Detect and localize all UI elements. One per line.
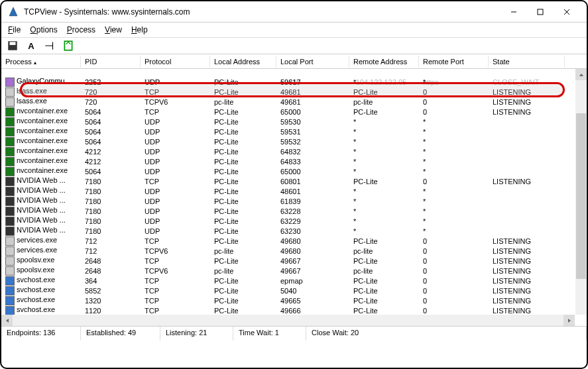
table-row[interactable]: NVIDIA Web ...7180UDPPC-Lite63230**: [1, 226, 587, 236]
menubar: File Options Process View Help: [1, 23, 587, 37]
col-protocol[interactable]: Protocol: [141, 56, 210, 68]
process-icon: [5, 167, 15, 176]
scroll-right-icon[interactable]: [563, 315, 575, 326]
process-icon: [5, 87, 15, 97]
status-endpoints: Endpoints: 136: [1, 327, 81, 341]
process-icon: [5, 306, 15, 315]
close-button[interactable]: [554, 3, 580, 21]
process-icon: [5, 197, 15, 206]
process-icon: [5, 78, 15, 87]
vertical-scrollbar[interactable]: [575, 69, 587, 315]
process-icon: [5, 237, 15, 246]
process-icon: [5, 207, 15, 216]
table-row[interactable]: nvcontainer.exe5064UDPPC-Lite59532**: [1, 136, 587, 146]
process-icon: [5, 187, 15, 196]
status-listening: Listening: 21: [160, 327, 233, 341]
arrow-icon[interactable]: [44, 40, 56, 52]
scroll-left-icon[interactable]: [1, 315, 13, 326]
process-icon: [5, 177, 15, 186]
table-row[interactable]: NVIDIA Web ...7180UDPPC-Lite63229**: [1, 216, 587, 226]
svg-rect-8: [64, 41, 72, 50]
table-row[interactable]: nvcontainer.exe4212UDPPC-Lite64833**: [1, 156, 587, 166]
status-established: Established: 49: [81, 327, 160, 341]
col-local-port[interactable]: Local Port: [276, 56, 349, 68]
menu-file[interactable]: File: [8, 25, 21, 34]
table-row[interactable]: nvcontainer.exe5064UDPPC-Lite59531**: [1, 127, 587, 136]
process-icon: [5, 137, 15, 146]
svg-rect-1: [538, 9, 543, 15]
table-row[interactable]: svchost.exe1120TCPPC-Lite49666PC-Lite0LI…: [1, 305, 587, 315]
process-icon: [5, 296, 15, 305]
col-remote-port[interactable]: Remote Port: [419, 56, 489, 68]
text-a-icon[interactable]: A: [25, 40, 37, 52]
table-row[interactable]: nvcontainer.exe5064UDPPC-Lite65000**: [1, 166, 587, 176]
minimize-button[interactable]: [500, 3, 527, 21]
titlebar: TCPView - Sysinternals: www.sysinternals…: [1, 1, 587, 23]
table-row[interactable]: spoolsv.exe2648TCPPC-Lite49667PC-Lite0LI…: [1, 256, 587, 266]
window-title: TCPView - Sysinternals: www.sysinternals…: [24, 7, 500, 17]
table-row[interactable]: services.exe712TCPV6pc-lite49680pc-lite0…: [1, 246, 587, 256]
table-row[interactable]: NVIDIA Web ...7180UDPPC-Lite48601**: [1, 186, 587, 196]
table-row[interactable]: spoolsv.exe2648TCPV6pc-lite49667pc-lite0…: [1, 266, 587, 276]
table-row[interactable]: svchost.exe364TCPPC-LiteepmapPC-Lite0LIS…: [1, 276, 587, 286]
table-row[interactable]: svchost.exe5852TCPPC-Lite5040PC-Lite0LIS…: [1, 286, 587, 295]
menu-help[interactable]: Help: [131, 25, 148, 34]
menu-options[interactable]: Options: [30, 25, 57, 34]
col-state[interactable]: State: [489, 56, 565, 68]
status-timewait: Time Wait: 1: [233, 327, 306, 341]
table-row[interactable]: nvcontainer.exe4212UDPPC-Lite64832**: [1, 146, 587, 156]
table-row[interactable]: NVIDIA Web ...7180TCPPC-Lite60801PC-Lite…: [1, 176, 587, 186]
table-row[interactable]: nvcontainer.exe5064TCPPC-Lite65000PC-Lit…: [1, 107, 587, 117]
svg-rect-5: [10, 42, 16, 45]
table-row[interactable]: lsass.exe720TCPPC-Lite49681PC-Lite0LISTE…: [1, 87, 587, 97]
table-row[interactable]: services.exe712TCPPC-Lite49680PC-Lite0LI…: [1, 236, 587, 246]
col-pid[interactable]: PID: [81, 56, 141, 68]
process-icon: [5, 227, 15, 236]
process-icon: [5, 107, 15, 117]
scroll-thumb[interactable]: [576, 113, 586, 279]
column-headers: Process ▴ PID Protocol Local Address Loc…: [1, 54, 587, 69]
table-row[interactable]: svchost.exe1320TCPPC-Lite49665PC-Lite0LI…: [1, 295, 587, 305]
process-icon: [5, 256, 15, 266]
app-icon: [8, 7, 19, 17]
process-icon: [5, 266, 15, 276]
process-icon: [5, 217, 15, 226]
horizontal-scrollbar[interactable]: [1, 315, 575, 326]
table-row[interactable]: NVIDIA Web ...7180UDPPC-Lite61839**: [1, 196, 587, 206]
table-row[interactable]: NVIDIA Web ...7180UDPPC-Lite63228**: [1, 206, 587, 216]
toolbar: A: [1, 37, 587, 54]
process-icon: [5, 157, 15, 166]
process-icon: [5, 117, 15, 127]
col-process[interactable]: Process ▴: [1, 56, 81, 68]
process-icon: [5, 147, 15, 156]
menu-process[interactable]: Process: [67, 25, 95, 34]
process-list: Process ▴ PID Protocol Local Address Loc…: [1, 54, 587, 326]
process-icon: [5, 246, 15, 256]
save-icon[interactable]: [7, 40, 19, 52]
maximize-button[interactable]: [527, 3, 554, 21]
process-icon: [5, 97, 15, 107]
table-row[interactable]: lsass.exe720TCPV6pc-lite49681pc-lite0LIS…: [1, 97, 587, 107]
table-row[interactable]: GalaxyCommu.. 2252 TCP pc-lite 62700 -10…: [1, 77, 565, 87]
table-row[interactable]: nvcontainer.exe5064UDPPC-Lite59530**: [1, 117, 587, 127]
process-icon: [5, 276, 15, 286]
status-closewait: Close Wait: 20: [306, 327, 587, 341]
process-icon: [5, 286, 15, 295]
refresh-icon[interactable]: [62, 40, 74, 52]
statusbar: Endpoints: 136 Established: 49 Listening…: [1, 326, 587, 341]
process-icon: [5, 127, 15, 136]
col-remote-address[interactable]: Remote Address: [349, 56, 419, 68]
menu-view[interactable]: View: [105, 25, 122, 34]
col-local-address[interactable]: Local Address: [210, 56, 276, 68]
scroll-up-icon[interactable]: [575, 69, 587, 80]
